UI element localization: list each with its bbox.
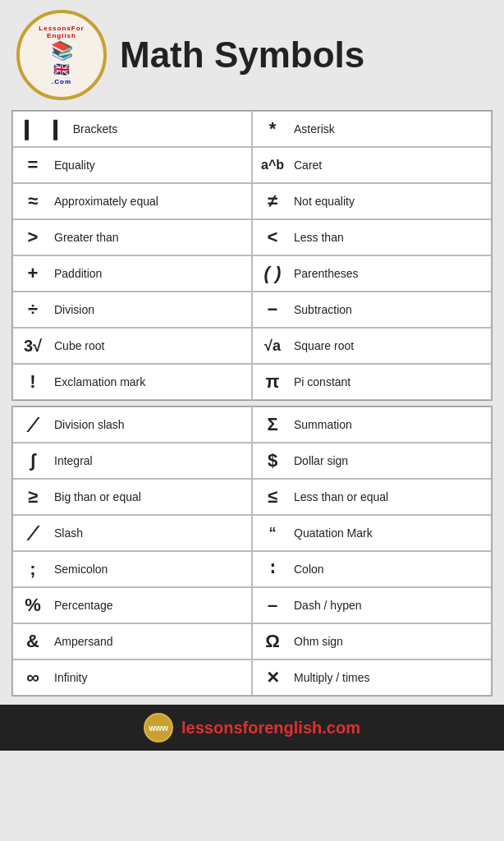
label-ampersand: Ampersand bbox=[54, 634, 113, 649]
symbol-parens: ( ) bbox=[258, 263, 287, 284]
symbol-ampersand: & bbox=[18, 631, 48, 652]
label-dash: Dash / hypen bbox=[294, 598, 362, 613]
table-row: ; Semicolon bbox=[12, 551, 252, 587]
label-percent: Percentage bbox=[54, 598, 113, 613]
symbol-quote: “ bbox=[258, 525, 287, 542]
symbol-ohm: Ω bbox=[258, 631, 287, 652]
symbol-leq: ≤ bbox=[258, 486, 287, 508]
symbol-equality: = bbox=[18, 154, 48, 176]
books-icon: 📚 bbox=[39, 40, 84, 62]
symbol-division: ÷ bbox=[18, 299, 48, 320]
symbol-dash: – bbox=[258, 595, 287, 616]
symbol-infinity: ∞ bbox=[18, 667, 48, 688]
symbol-semicolon: ; bbox=[18, 558, 48, 580]
symbol-not-equal: ≠ bbox=[258, 191, 287, 212]
table-row: ≠ Not equality bbox=[252, 183, 492, 219]
label-plus: Paddition bbox=[54, 266, 102, 281]
label-dollar: Dollar sign bbox=[294, 453, 348, 468]
label-colon: Colon bbox=[294, 562, 324, 577]
label-quote: Quatation Mark bbox=[294, 526, 373, 540]
page-header: LessonsFor English 📚 🇬🇧 .Com Math Symbol… bbox=[0, 0, 504, 107]
label-greater: Greater than bbox=[54, 230, 119, 245]
flag-icon: 🇬🇧 bbox=[39, 62, 84, 77]
label-integral: Integral bbox=[54, 453, 93, 468]
table-row: ≈ Approximately equal bbox=[12, 183, 252, 219]
label-division: Division bbox=[54, 302, 94, 317]
label-parens: Parentheses bbox=[294, 266, 359, 281]
label-approx: Approximately equal bbox=[54, 194, 158, 209]
page-title: Math Symbols bbox=[120, 34, 364, 76]
table-row: > Greater than bbox=[12, 219, 252, 255]
table-row: ! Exclamation mark bbox=[12, 364, 252, 400]
table-row: % Percentage bbox=[12, 587, 252, 623]
footer-logo: www bbox=[144, 713, 173, 742]
table-row: ❙ ❙ Brackets bbox=[12, 111, 252, 147]
label-cuberoot: Cube root bbox=[54, 338, 104, 353]
table-row: 3√ Cube root bbox=[12, 328, 252, 364]
table-row: “ Quatation Mark bbox=[252, 515, 492, 551]
label-multiply: Multiply / times bbox=[294, 670, 370, 685]
table-row: & Ampersand bbox=[12, 623, 252, 659]
label-asterisk: Asterisk bbox=[294, 122, 335, 136]
table-row: a^b Caret bbox=[252, 147, 492, 183]
bottom-table-grid: ∕ Division slash Σ Summation ∫ Integral … bbox=[12, 407, 492, 696]
table-row: ⁄ Slash bbox=[12, 515, 252, 551]
symbol-geq: ≥ bbox=[18, 486, 48, 508]
top-table-grid: ❙ ❙ Brackets * Asterisk = Equality a^b C… bbox=[12, 111, 492, 400]
bottom-table: ∕ Division slash Σ Summation ∫ Integral … bbox=[11, 406, 493, 696]
table-row: ∕ Division slash bbox=[12, 407, 252, 443]
table-row: + Paddition bbox=[12, 255, 252, 292]
table-row: ✕ Multiply / times bbox=[252, 659, 492, 696]
symbol-divslash: ∕ bbox=[18, 412, 48, 438]
symbol-dollar: $ bbox=[258, 450, 287, 471]
table-row: = Equality bbox=[12, 147, 252, 183]
label-geq: Big than or equal bbox=[54, 489, 141, 504]
table-row: − Subtraction bbox=[252, 292, 492, 328]
symbol-asterisk: * bbox=[258, 118, 287, 140]
table-row: * Asterisk bbox=[252, 111, 492, 147]
symbol-plus: + bbox=[18, 263, 48, 284]
main-content: ❙ ❙ Brackets * Asterisk = Equality a^b C… bbox=[8, 107, 496, 700]
table-row: ∶ Colon bbox=[252, 551, 492, 587]
table-row: < Less than bbox=[252, 219, 492, 255]
symbol-excl: ! bbox=[18, 371, 48, 393]
table-row: π Pi constant bbox=[252, 364, 492, 400]
table-row: $ Dollar sign bbox=[252, 443, 492, 479]
table-row: Ω Ohm sign bbox=[252, 623, 492, 659]
table-row: ÷ Division bbox=[12, 292, 252, 328]
label-semicolon: Semicolon bbox=[54, 562, 108, 577]
table-row: Σ Summation bbox=[252, 407, 492, 443]
label-slash: Slash bbox=[54, 526, 83, 540]
label-excl: Exclamation mark bbox=[54, 375, 145, 389]
footer: www lessonsforenglish.com bbox=[0, 705, 504, 751]
symbol-sqrtroot: √a bbox=[258, 338, 287, 355]
label-caret: Caret bbox=[294, 158, 322, 172]
label-brackets: Brackets bbox=[73, 122, 117, 136]
label-subtraction: Subtraction bbox=[294, 302, 352, 317]
logo: LessonsFor English 📚 🇬🇧 .Com bbox=[16, 10, 107, 100]
table-row: ∞ Infinity bbox=[12, 659, 252, 696]
label-summation: Summation bbox=[294, 417, 352, 432]
symbol-cuberoot: 3√ bbox=[18, 337, 48, 356]
symbol-caret: a^b bbox=[258, 158, 287, 172]
table-row: ≥ Big than or equal bbox=[12, 479, 252, 515]
symbol-brackets: ❙ ❙ bbox=[18, 117, 66, 140]
label-divslash: Division slash bbox=[54, 417, 125, 432]
label-leq: Less than or equal bbox=[294, 489, 388, 504]
symbol-colon: ∶ bbox=[258, 558, 287, 580]
tables-wrapper: ❙ ❙ Brackets * Asterisk = Equality a^b C… bbox=[11, 110, 493, 696]
label-less: Less than bbox=[294, 230, 344, 245]
table-row: – Dash / hypen bbox=[252, 587, 492, 623]
symbol-multiply: ✕ bbox=[258, 668, 287, 687]
label-not-equal: Not equality bbox=[294, 194, 355, 209]
label-pi: Pi constant bbox=[294, 375, 351, 389]
label-infinity: Infinity bbox=[54, 670, 87, 685]
label-equality: Equality bbox=[54, 158, 95, 172]
symbol-approx: ≈ bbox=[18, 191, 48, 212]
table-row: ≤ Less than or equal bbox=[252, 479, 492, 515]
symbol-summation: Σ bbox=[258, 414, 287, 435]
symbol-greater: > bbox=[18, 227, 48, 248]
table-row: √a Square root bbox=[252, 328, 492, 364]
top-table: ❙ ❙ Brackets * Asterisk = Equality a^b C… bbox=[11, 110, 493, 401]
symbol-slash: ⁄ bbox=[18, 521, 48, 546]
